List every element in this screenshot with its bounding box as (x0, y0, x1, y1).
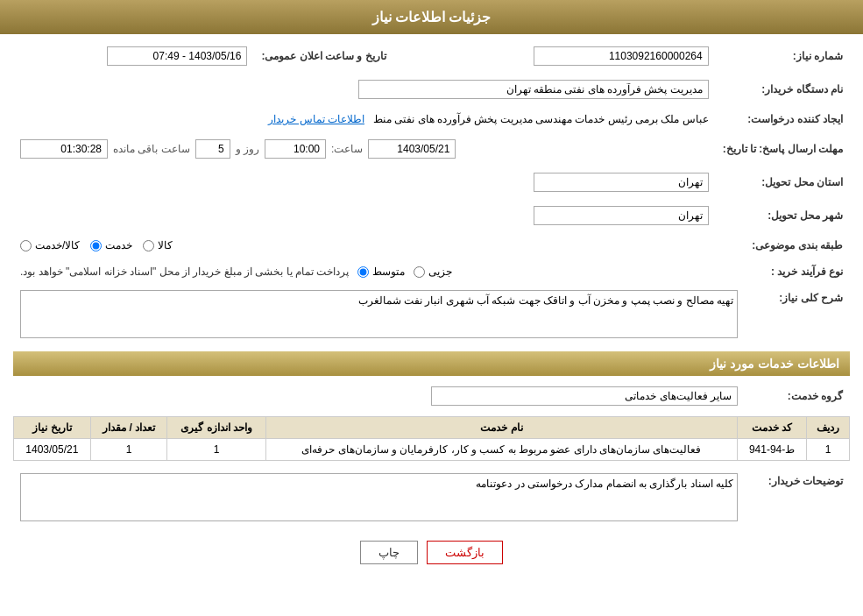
deadline-time-label: ساعت: (331, 143, 363, 155)
category-label: طبقه بندی موضوعی: (716, 236, 850, 255)
page-title: جزئیات اطلاعات نیاز (372, 10, 492, 25)
row-service-group: گروه خدمت: (13, 383, 850, 409)
announcement-input[interactable] (107, 46, 247, 66)
purchase-text: پرداخت تمام یا بخشی از مبلغ خریدار از مح… (20, 266, 349, 278)
cell-service-code: ط-94-941 (738, 439, 807, 461)
row-buyer-org: نام دستگاه خریدار: (13, 76, 850, 103)
cell-service-name: فعالیت‌های سازمان‌های دارای عضو مربوط به… (265, 439, 737, 461)
purchase-jozvi-option[interactable]: جزیی (414, 266, 452, 278)
deadline-remaining-label: ساعت باقی مانده (113, 143, 190, 155)
buyer-notes-table: توضیحات خریدار: (13, 470, 850, 527)
services-table: ردیف کد خدمت نام خدمت واحد اندازه گیری ت… (13, 416, 850, 461)
col-service-code: کد خدمت (738, 417, 807, 439)
col-date: تاریخ نیاز (14, 417, 91, 439)
cell-row-num: 1 (807, 439, 850, 461)
category-kala-khadamat-label: کالا/خدمت (35, 239, 80, 251)
category-kala-label: کالا (158, 239, 173, 251)
category-khadamat-label: خدمت (105, 239, 132, 251)
purchase-motavasset-radio[interactable] (357, 266, 369, 278)
buyer-notes-textarea[interactable] (20, 473, 738, 521)
need-description-value (13, 287, 745, 344)
buyer-org-value (13, 76, 716, 103)
need-description-textarea[interactable] (20, 290, 738, 338)
deadline-days-input[interactable] (195, 139, 230, 159)
row-category: طبقه بندی موضوعی: کالا/خدمت خدمت کالا (13, 236, 850, 255)
purchase-type-label: نوع فرآیند خرید : (716, 262, 850, 281)
print-button[interactable]: چاپ (360, 541, 418, 564)
content-area: شماره نیاز: تاریخ و ساعت اعلان عمومی: نا… (0, 34, 863, 582)
cell-quantity: 1 (90, 439, 167, 461)
requester-link[interactable]: اطلاعات تماس خریدار (268, 113, 364, 125)
row-buyer-notes: توضیحات خریدار: (13, 470, 850, 527)
deadline-value: ساعت باقی مانده روز و ساعت: (13, 136, 716, 162)
need-description-table: شرح کلی نیاز: (13, 287, 850, 344)
services-section-title: اطلاعات خدمات مورد نیاز (13, 351, 850, 376)
col-unit: واحد اندازه گیری (167, 417, 265, 439)
row-requester: ایجاد کننده درخواست: عباس ملک برمی رئیس … (13, 110, 850, 129)
purchase-type-value: پرداخت تمام یا بخشی از مبلغ خریدار از مح… (13, 262, 716, 281)
category-kala-radio[interactable] (143, 240, 154, 251)
need-description-label: شرح کلی نیاز: (745, 287, 850, 344)
category-kala-khadamat-option[interactable]: کالا/خدمت (20, 239, 80, 251)
main-info-table: شماره نیاز: تاریخ و ساعت اعلان عمومی: نا… (13, 43, 850, 281)
province-label: استان محل تحویل: (716, 169, 850, 195)
purchase-jozvi-label: جزیی (428, 266, 452, 278)
service-group-value (13, 383, 745, 409)
service-group-table: گروه خدمت: (13, 383, 850, 409)
category-kala-option[interactable]: کالا (143, 239, 173, 251)
deadline-date-input[interactable] (368, 139, 456, 159)
province-input[interactable] (534, 173, 709, 192)
city-label: شهر محل تحویل: (716, 202, 850, 229)
requester-value: عباس ملک برمی رئیس خدمات مهندسی مدیریت پ… (13, 110, 716, 129)
col-service-name: نام خدمت (265, 417, 737, 439)
deadline-days-label: روز و (236, 143, 259, 155)
row-deadline: مهلت ارسال پاسخ: تا تاریخ: ساعت باقی مان… (13, 136, 850, 162)
cell-unit: 1 (167, 439, 265, 461)
buyer-notes-value (13, 470, 745, 527)
category-khadamat-radio[interactable] (90, 240, 102, 251)
requester-text: عباس ملک برمی رئیس خدمات مهندسی مدیریت پ… (373, 113, 709, 125)
back-button[interactable]: بازگشت (427, 541, 503, 564)
announcement-value (13, 43, 254, 69)
province-value (13, 169, 716, 195)
category-khadamat-option[interactable]: خدمت (90, 239, 132, 251)
col-quantity: تعداد / مقدار (90, 417, 167, 439)
buyer-org-input[interactable] (358, 80, 709, 99)
purchase-motavasset-label: متوسط (372, 266, 405, 278)
col-row-num: ردیف (807, 417, 850, 439)
buyer-org-label: نام دستگاه خریدار: (716, 76, 850, 103)
service-group-input[interactable] (431, 386, 738, 406)
requester-label: ایجاد کننده درخواست: (716, 110, 850, 129)
announcement-label: تاریخ و ساعت اعلان عمومی: (254, 43, 393, 69)
need-number-value (420, 43, 716, 69)
city-input[interactable] (534, 206, 709, 225)
services-table-header: ردیف کد خدمت نام خدمت واحد اندازه گیری ت… (14, 417, 850, 439)
row-city: شهر محل تحویل: (13, 202, 850, 229)
purchase-motavasset-option[interactable]: متوسط (357, 266, 405, 278)
button-row: بازگشت چاپ (13, 541, 850, 564)
row-need-description: شرح کلی نیاز: (13, 287, 850, 344)
page-container: جزئیات اطلاعات نیاز شماره نیاز: تاریخ و … (0, 0, 863, 616)
deadline-time-input[interactable] (265, 139, 326, 159)
buyer-notes-label: توضیحات خریدار: (745, 470, 850, 527)
deadline-remaining-input[interactable] (20, 139, 108, 159)
table-row: 1 ط-94-941 فعالیت‌های سازمان‌های دارای ع… (14, 439, 850, 461)
cell-date: 1403/05/21 (14, 439, 91, 461)
service-group-label: گروه خدمت: (745, 383, 850, 409)
row-purchase-type: نوع فرآیند خرید : پرداخت تمام یا بخشی از… (13, 262, 850, 281)
category-value: کالا/خدمت خدمت کالا (13, 236, 716, 255)
deadline-label: مهلت ارسال پاسخ: تا تاریخ: (716, 136, 850, 162)
need-number-input[interactable] (534, 46, 709, 66)
need-number-label: شماره نیاز: (716, 43, 850, 69)
row-need-number: شماره نیاز: تاریخ و ساعت اعلان عمومی: (13, 43, 850, 69)
purchase-jozvi-radio[interactable] (414, 266, 425, 278)
city-value (13, 202, 716, 229)
page-header: جزئیات اطلاعات نیاز (0, 0, 863, 34)
row-province: استان محل تحویل: (13, 169, 850, 195)
category-kala-khadamat-radio[interactable] (20, 240, 32, 251)
